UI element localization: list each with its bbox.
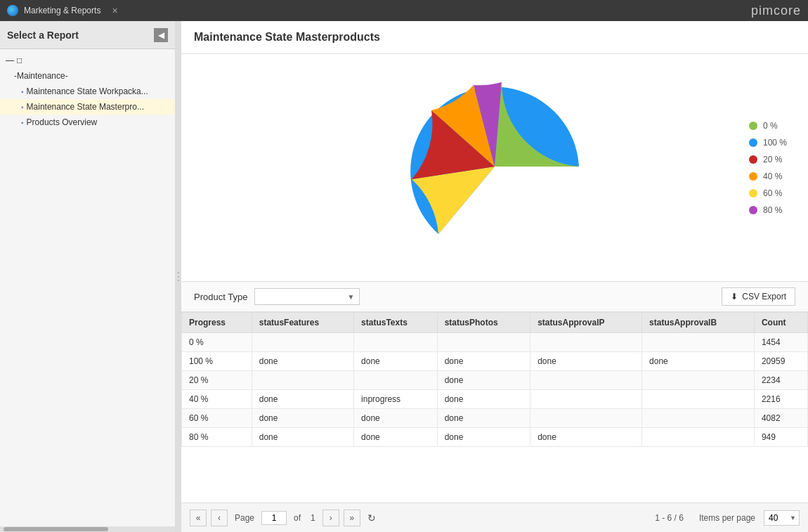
- legend-item-1: 100 %: [749, 138, 787, 148]
- legend-label-4: 60 %: [763, 188, 782, 198]
- col-status-features: statusFeatures: [252, 313, 353, 333]
- pie-chart: [382, 68, 607, 267]
- tree-item-icon-0: ▪: [21, 88, 24, 96]
- filter-left: Product Type: [194, 288, 360, 305]
- chart-area: 0 %100 %20 %40 %60 %80 %: [181, 54, 808, 281]
- tree-item-1[interactable]: ▪ Maintenance State Masterpro...: [0, 99, 175, 115]
- table-row[interactable]: 100 %donedonedonedonedone20959: [182, 352, 808, 371]
- last-page-button[interactable]: »: [344, 510, 360, 526]
- table-row[interactable]: 20 %done2234: [182, 371, 808, 390]
- legend-label-3: 40 %: [763, 171, 782, 181]
- sidebar-title: Select a Report: [7, 30, 79, 41]
- sidebar: Select a Report ◀ — □ -Maintenance- ▪ Ma…: [0, 21, 176, 532]
- data-table: Progress statusFeatures statusTexts stat…: [181, 312, 808, 447]
- tree-item-0[interactable]: ▪ Maintenance State Workpacka...: [0, 84, 175, 99]
- cell-statusTexts: done: [354, 409, 438, 428]
- page-label: Page: [235, 513, 254, 523]
- col-status-approval-b: statusApprovalB: [642, 313, 755, 333]
- cell-statusFeatures: [252, 371, 353, 390]
- legend-label-2: 20 %: [763, 155, 782, 164]
- cell-statusApprovalB: [642, 371, 755, 390]
- collapse-button[interactable]: ◀: [154, 28, 168, 42]
- next-page-button[interactable]: ›: [322, 510, 339, 526]
- cell-statusApprovalB: [642, 390, 755, 409]
- cell-count: 20959: [754, 352, 807, 371]
- cell-statusPhotos: done: [437, 352, 530, 371]
- csv-download-icon: ⬇: [731, 292, 738, 301]
- cell-count: 1454: [754, 333, 807, 352]
- chart-legend: 0 %100 %20 %40 %60 %80 %: [749, 121, 787, 215]
- legend-item-4: 60 %: [749, 188, 787, 198]
- table-header-row: Progress statusFeatures statusTexts stat…: [182, 313, 808, 333]
- cell-statusApprovalB: [642, 409, 755, 428]
- page-info: 1 - 6 / 6: [655, 513, 684, 523]
- tree-expand-icon: —: [6, 56, 14, 65]
- csv-export-button[interactable]: ⬇ CSV Export: [722, 287, 795, 306]
- cell-statusApprovalP: done: [530, 428, 642, 447]
- items-per-page-select[interactable]: 40 25 50 100: [764, 510, 800, 526]
- content-area: Maintenance State Masterproducts: [181, 21, 808, 532]
- tree-item-2[interactable]: ▪ Products Overview: [0, 115, 175, 130]
- table-row[interactable]: 60 %donedonedone4082: [182, 409, 808, 428]
- table-row[interactable]: 80 %donedonedonedone949: [182, 428, 808, 447]
- tab-title: Marketing & Reports: [24, 6, 100, 15]
- sidebar-divider[interactable]: [176, 21, 181, 532]
- legend-label-5: 80 %: [763, 205, 782, 215]
- cell-statusApprovalP: [530, 333, 642, 352]
- legend-item-0: 0 %: [749, 121, 787, 131]
- cell-statusApprovalB: [642, 333, 755, 352]
- table-row[interactable]: 0 %1454: [182, 333, 808, 352]
- table-row[interactable]: 40 %doneinprogressdone2216: [182, 390, 808, 409]
- prev-page-button[interactable]: ‹: [211, 510, 228, 526]
- cell-statusFeatures: done: [252, 390, 353, 409]
- cell-count: 2216: [754, 390, 807, 409]
- cell-progress: 80 %: [182, 428, 252, 447]
- cell-statusApprovalP: [530, 371, 642, 390]
- cell-statusTexts: done: [354, 428, 438, 447]
- legend-label-1: 100 %: [763, 138, 787, 148]
- sidebar-scrollbar[interactable]: [0, 526, 175, 532]
- refresh-button[interactable]: ↻: [367, 512, 376, 524]
- cell-statusTexts: done: [354, 352, 438, 371]
- legend-dot-4: [749, 189, 757, 197]
- cell-statusPhotos: [437, 333, 530, 352]
- product-type-select[interactable]: [254, 288, 360, 305]
- cell-statusFeatures: done: [252, 428, 353, 447]
- col-status-photos: statusPhotos: [437, 313, 530, 333]
- product-type-label: Product Type: [194, 292, 247, 302]
- first-page-button[interactable]: «: [190, 510, 207, 526]
- items-per-page-wrap[interactable]: 40 25 50 100: [764, 510, 800, 526]
- cell-statusApprovalP: [530, 409, 642, 428]
- tree-item-icon-2: ▪: [21, 119, 24, 126]
- cell-statusPhotos: done: [437, 428, 530, 447]
- cell-progress: 100 %: [182, 352, 252, 371]
- legend-dot-2: [749, 155, 757, 164]
- page-number-input[interactable]: [261, 511, 287, 525]
- cell-statusApprovalP: [530, 390, 642, 409]
- tab-icon: [7, 5, 18, 16]
- tree-item-icon-1: ▪: [21, 103, 24, 111]
- col-count: Count: [754, 313, 807, 333]
- tree-item-label-0: Maintenance State Workpacka...: [27, 86, 148, 96]
- cell-statusTexts: [354, 371, 438, 390]
- total-pages: 1: [311, 513, 315, 523]
- close-icon[interactable]: ×: [112, 5, 117, 16]
- cell-statusFeatures: [252, 333, 353, 352]
- cell-statusFeatures: done: [252, 352, 353, 371]
- csv-export-label: CSV Export: [742, 292, 786, 301]
- col-status-approval-p: statusApprovalP: [530, 313, 642, 333]
- tab: Marketing & Reports ×: [7, 5, 118, 16]
- cell-statusPhotos: done: [437, 409, 530, 428]
- cell-statusTexts: inprogress: [354, 390, 438, 409]
- tree-group-maintenance[interactable]: -Maintenance-: [0, 68, 175, 84]
- pagination: « ‹ Page of 1 › » ↻ 1 - 6 / 6 Items per …: [181, 502, 808, 532]
- product-type-select-wrap[interactable]: [254, 288, 360, 305]
- legend-label-0: 0 %: [763, 121, 778, 131]
- sidebar-header: Select a Report ◀: [0, 21, 175, 49]
- tree-root: — □: [0, 53, 175, 68]
- legend-item-2: 20 %: [749, 155, 787, 164]
- cell-statusPhotos: done: [437, 390, 530, 409]
- tree-item-label-1: Maintenance State Masterpro...: [27, 102, 144, 112]
- content-title: Maintenance State Masterproducts: [181, 21, 808, 54]
- cell-statusApprovalB: [642, 428, 755, 447]
